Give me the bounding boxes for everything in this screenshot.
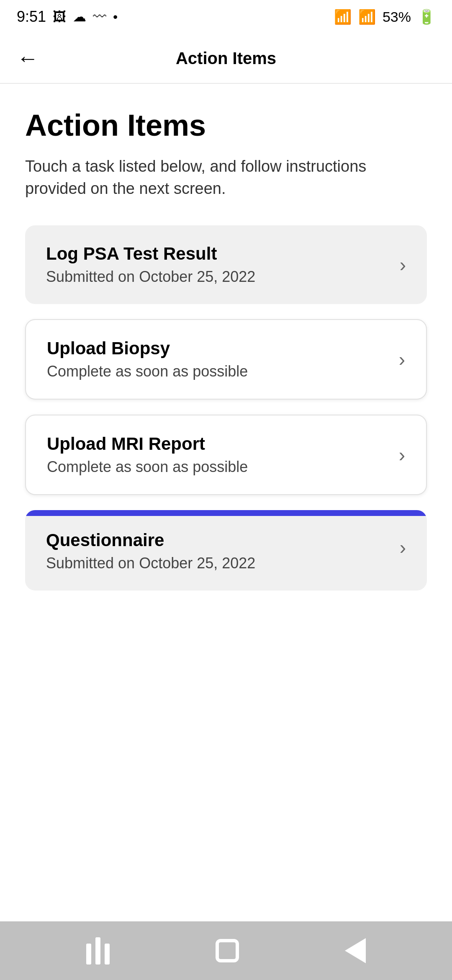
chevron-right-icon-questionnaire: › bbox=[400, 536, 406, 559]
photo-icon: 🖼 bbox=[53, 9, 66, 25]
recents-bar-3 bbox=[105, 944, 110, 965]
task-content-log-psa: Log PSA Test Result Submitted on October… bbox=[46, 244, 391, 286]
task-title-upload-mri: Upload MRI Report bbox=[47, 434, 390, 454]
app-bar-title: Action Items bbox=[176, 49, 276, 68]
progress-fill-questionnaire bbox=[25, 510, 427, 516]
task-title-log-psa: Log PSA Test Result bbox=[46, 244, 391, 264]
task-subtitle-upload-biopsy: Complete as soon as possible bbox=[47, 363, 390, 380]
recents-bar-1 bbox=[86, 944, 91, 965]
status-time: 9:51 🖼 ☁ 〰 • bbox=[17, 8, 118, 26]
signal-icon: 📶 bbox=[358, 8, 376, 25]
time-display: 9:51 bbox=[17, 8, 46, 26]
task-subtitle-log-psa: Submitted on October 25, 2022 bbox=[46, 268, 391, 286]
back-button[interactable]: ← bbox=[17, 46, 39, 71]
content-area: Action Items Touch a task listed below, … bbox=[0, 84, 452, 921]
status-indicators: 📶 📶 53% 🔋 bbox=[334, 8, 435, 25]
home-button[interactable] bbox=[216, 939, 239, 962]
wave-icon: 〰 bbox=[93, 9, 106, 25]
task-content-upload-mri: Upload MRI Report Complete as soon as po… bbox=[47, 434, 390, 476]
page-subtitle: Touch a task listed below, and follow in… bbox=[25, 155, 427, 200]
back-nav-icon bbox=[345, 938, 366, 963]
cloud-icon: ☁ bbox=[73, 9, 86, 25]
task-list: Log PSA Test Result Submitted on October… bbox=[25, 225, 427, 591]
task-content-upload-biopsy: Upload Biopsy Complete as soon as possib… bbox=[47, 338, 390, 380]
task-item-questionnaire[interactable]: Questionnaire Submitted on October 25, 2… bbox=[25, 510, 427, 591]
wifi-icon: 📶 bbox=[334, 8, 352, 25]
progress-bar-questionnaire bbox=[25, 510, 427, 516]
task-title-upload-biopsy: Upload Biopsy bbox=[47, 338, 390, 358]
home-icon bbox=[216, 939, 239, 962]
task-item-upload-biopsy[interactable]: Upload Biopsy Complete as soon as possib… bbox=[25, 319, 427, 400]
task-subtitle-questionnaire: Submitted on October 25, 2022 bbox=[46, 554, 391, 572]
status-bar: 9:51 🖼 ☁ 〰 • 📶 📶 53% 🔋 bbox=[0, 0, 452, 34]
app-bar: ← Action Items bbox=[0, 34, 452, 84]
battery-icon: 🔋 bbox=[418, 8, 435, 25]
bottom-nav bbox=[0, 921, 452, 980]
dot-icon: • bbox=[113, 9, 118, 25]
recents-bar-2 bbox=[95, 937, 100, 965]
task-item-upload-mri[interactable]: Upload MRI Report Complete as soon as po… bbox=[25, 415, 427, 495]
recents-icon bbox=[86, 937, 110, 965]
chevron-right-icon-upload-mri: › bbox=[399, 444, 405, 466]
recents-button[interactable] bbox=[86, 937, 110, 965]
task-content-questionnaire: Questionnaire Submitted on October 25, 2… bbox=[46, 523, 391, 572]
task-title-questionnaire: Questionnaire bbox=[46, 530, 391, 550]
chevron-right-icon-log-psa: › bbox=[400, 253, 406, 276]
task-item-log-psa[interactable]: Log PSA Test Result Submitted on October… bbox=[25, 225, 427, 304]
back-arrow-icon: ← bbox=[17, 46, 39, 71]
chevron-right-icon-upload-biopsy: › bbox=[399, 348, 405, 371]
back-nav-button[interactable] bbox=[345, 938, 366, 963]
battery-percent: 53% bbox=[383, 9, 411, 25]
task-subtitle-upload-mri: Complete as soon as possible bbox=[47, 458, 390, 476]
page-title: Action Items bbox=[25, 109, 427, 142]
